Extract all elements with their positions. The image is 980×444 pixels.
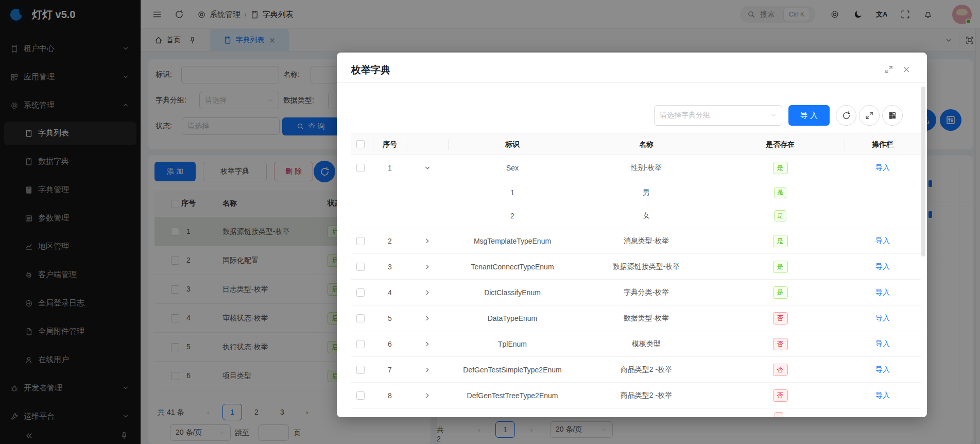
child-row: 1 男 是 xyxy=(351,181,921,204)
refresh-icon xyxy=(842,111,851,120)
row-checkbox[interactable] xyxy=(356,314,365,322)
col-id: 标识 xyxy=(448,133,577,156)
chevron-down-icon xyxy=(424,164,431,172)
exists-badge xyxy=(775,412,783,417)
table-row-partial xyxy=(351,408,921,417)
expand-row-control[interactable] xyxy=(407,228,448,253)
row-checkbox[interactable] xyxy=(356,288,365,297)
exists-badge: 否 xyxy=(773,338,788,350)
expand-icon xyxy=(865,111,873,119)
chevron-right-icon xyxy=(424,237,431,245)
exists-badge: 是 xyxy=(773,235,788,247)
modal-scrollbar-thumb[interactable] xyxy=(921,87,925,257)
row-import-link[interactable]: 导入 xyxy=(875,365,890,374)
exists-badge: 是 xyxy=(773,162,788,174)
exists-badge: 否 xyxy=(773,364,788,376)
row-import-link[interactable]: 导入 xyxy=(875,236,890,246)
column-grid-icon xyxy=(888,111,897,119)
exists-badge: 否 xyxy=(773,312,788,325)
table-row[interactable]: 5 DataTypeEnum 数据类型-枚举 否 导入 xyxy=(351,305,921,331)
chevron-right-icon xyxy=(424,315,431,322)
chevron-right-icon xyxy=(424,263,431,270)
table-row[interactable]: 2 MsgTemplateTypeEnum 消息类型-枚举 是 导入 xyxy=(351,228,921,254)
col-action: 操作栏 xyxy=(845,133,921,156)
enum-dict-modal: 枚举字典 请选择字典分组 导 入 序号 标识 名称 是否存在 操作栏 xyxy=(337,53,927,417)
modal-columns-button[interactable] xyxy=(882,105,903,126)
row-import-link[interactable]: 导入 xyxy=(875,163,890,173)
expand-row-control[interactable] xyxy=(407,331,448,356)
row-import-link[interactable]: 导入 xyxy=(875,262,890,271)
row-import-link[interactable]: 导入 xyxy=(875,314,890,323)
app-window: 灯灯 v5.0 租户中心 应用管理 系统管理 字典列表 数据字典 字典管理 xyxy=(0,0,980,444)
child-row: 2 女 是 xyxy=(351,204,921,228)
chevron-right-icon xyxy=(424,366,431,373)
exists-badge: 是 xyxy=(773,286,788,299)
modal-refresh-button[interactable] xyxy=(836,105,856,126)
row-checkbox[interactable] xyxy=(356,164,365,172)
row-import-link[interactable]: 导入 xyxy=(875,288,890,297)
expand-row-control[interactable] xyxy=(407,305,448,331)
exists-badge: 否 xyxy=(773,389,788,402)
table-row[interactable]: 8 DefGenTestTreeType2Enum 商品类型2 -枚举 否 导入 xyxy=(351,383,921,408)
chevron-right-icon xyxy=(424,392,431,399)
modal-table-header: 序号 标识 名称 是否存在 操作栏 xyxy=(351,133,921,155)
row-checkbox[interactable] xyxy=(356,237,365,245)
modal-expand-icon[interactable] xyxy=(885,65,893,74)
row-checkbox[interactable] xyxy=(356,391,365,400)
modal-select-all-checkbox[interactable] xyxy=(356,140,365,148)
modal-title: 枚举字典 xyxy=(351,63,390,77)
expand-row-control[interactable] xyxy=(407,280,448,305)
row-import-link[interactable]: 导入 xyxy=(875,391,890,400)
modal-header-divider xyxy=(337,82,927,83)
table-row[interactable]: 3 TenantConnectTypeEnum 数据源链接类型-枚举 是 导入 xyxy=(351,254,921,280)
chevron-down-icon xyxy=(770,112,777,118)
exists-badge: 是 xyxy=(773,261,788,273)
row-checkbox[interactable] xyxy=(356,263,365,271)
row-checkbox[interactable] xyxy=(356,340,365,348)
table-row[interactable]: 4 DictClassifyEnum 字典分类-枚举 是 导入 xyxy=(351,280,921,305)
row-import-link[interactable]: 导入 xyxy=(875,339,890,349)
modal-fullscreen-button[interactable] xyxy=(859,105,880,126)
import-button[interactable]: 导 入 xyxy=(788,105,830,126)
col-exists: 是否存在 xyxy=(716,133,845,156)
chevron-right-icon xyxy=(424,340,431,348)
col-name: 名称 xyxy=(577,133,716,156)
table-row[interactable]: 6 TplEnum 模板类型 否 导入 xyxy=(351,331,921,357)
chevron-right-icon xyxy=(424,289,431,296)
collapse-row-control[interactable] xyxy=(407,155,448,181)
modal-close-icon[interactable] xyxy=(902,65,910,74)
col-no: 序号 xyxy=(373,133,407,156)
table-row[interactable]: 7 DefGenTestSimpleType2Enum 商品类型2 -枚举 否 … xyxy=(351,357,921,383)
modal-group-select[interactable]: 请选择字典分组 xyxy=(654,105,782,126)
exists-badge: 是 xyxy=(774,187,786,198)
expand-row-control[interactable] xyxy=(407,383,448,408)
expand-row-control[interactable] xyxy=(407,357,448,382)
exists-badge: 是 xyxy=(774,210,786,221)
row-checkbox[interactable] xyxy=(356,366,365,374)
table-row[interactable]: 1 Sex 性别-枚举 是 导入 xyxy=(351,155,921,181)
expand-row-control[interactable] xyxy=(407,254,448,279)
